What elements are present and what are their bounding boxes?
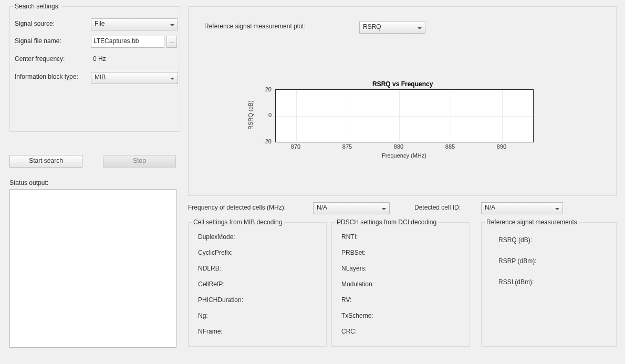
mib-legend: Cell settings from MIB decoding bbox=[192, 219, 284, 226]
ref-plot-value: RSRQ bbox=[363, 23, 381, 30]
freq-detected-value: N/A bbox=[317, 204, 327, 211]
y-tick: -20 bbox=[256, 138, 272, 144]
mib-field: NDLRB: bbox=[198, 265, 221, 272]
browse-label: ... bbox=[169, 38, 174, 44]
detected-cellid-label: Detected cell ID: bbox=[414, 204, 461, 211]
pdsch-panel: PDSCH settings from DCI decoding RNTI: P… bbox=[331, 222, 470, 347]
rs-field: RSRQ (dB): bbox=[498, 236, 532, 244]
detected-cellid-dropdown[interactable]: N/A bbox=[481, 202, 563, 214]
pdsch-field: CRC: bbox=[341, 328, 357, 335]
pdsch-field: PRBSet: bbox=[341, 249, 366, 256]
ref-plot-dropdown[interactable]: RSRQ bbox=[359, 22, 425, 34]
center-freq-label: Center frequency: bbox=[15, 55, 65, 63]
mib-field: Ng: bbox=[198, 312, 208, 319]
y-axis-label: RSRQ (dB) bbox=[247, 100, 254, 130]
browse-button[interactable]: ... bbox=[166, 36, 177, 48]
gridline bbox=[276, 90, 533, 90]
mib-field: CyclicPrefix: bbox=[198, 249, 233, 256]
center-freq-value: 0 Hz bbox=[93, 55, 106, 63]
status-output-listbox[interactable] bbox=[9, 189, 176, 348]
y-tick: 20 bbox=[256, 86, 272, 92]
ref-plot-label: Reference signal measurement plot: bbox=[204, 23, 306, 30]
freq-detected-dropdown[interactable]: N/A bbox=[313, 202, 390, 214]
pdsch-field: RV: bbox=[341, 296, 351, 304]
start-button[interactable]: Start search bbox=[9, 155, 82, 168]
mib-panel: Cell settings from MIB decoding DuplexMo… bbox=[188, 222, 327, 347]
rs-panel: Reference signal measurements RSRQ (dB):… bbox=[481, 222, 617, 347]
x-tick: 870 bbox=[291, 143, 300, 150]
rs-legend: Reference signal measurements bbox=[485, 219, 579, 226]
gridline bbox=[276, 142, 533, 142]
pdsch-field: RNTI: bbox=[341, 233, 358, 241]
signal-file-label: Signal file name: bbox=[15, 37, 61, 45]
chart-plot-area bbox=[275, 89, 534, 142]
plot-panel: Reference signal measurement plot: RSRQ … bbox=[188, 6, 617, 196]
info-block-label: Information block type: bbox=[15, 73, 78, 80]
mib-field: NFrame: bbox=[198, 328, 223, 335]
rs-field: RSRP (dBm): bbox=[498, 257, 536, 265]
x-tick: 885 bbox=[445, 143, 455, 150]
signal-file-field[interactable]: LTECaptures.bb bbox=[91, 36, 164, 48]
pdsch-field: Modulation: bbox=[341, 280, 374, 288]
signal-source-value: File bbox=[95, 20, 105, 27]
pdsch-field: NLayers: bbox=[341, 265, 367, 272]
rs-field: RSSI (dBm): bbox=[498, 278, 534, 286]
x-tick: 875 bbox=[342, 143, 352, 150]
info-block-value: MIB bbox=[95, 74, 106, 81]
freq-detected-label: Frequency of detected cells (MHz): bbox=[188, 204, 286, 211]
y-tick: 0 bbox=[256, 112, 272, 118]
detected-cellid-value: N/A bbox=[485, 204, 495, 211]
status-output-label: Status output: bbox=[9, 179, 48, 186]
gridline bbox=[276, 116, 533, 117]
x-tick: 890 bbox=[497, 143, 506, 150]
mib-field: PHICHDuration: bbox=[198, 296, 243, 304]
mib-field: CellRefP: bbox=[198, 280, 225, 288]
signal-source-dropdown[interactable]: File bbox=[91, 18, 178, 30]
search-settings-panel: Search settings: Signal source: File Sig… bbox=[9, 6, 180, 132]
search-settings-legend: Search settings: bbox=[13, 3, 61, 10]
info-block-dropdown[interactable]: MIB bbox=[91, 72, 178, 84]
pdsch-field: TxScheme: bbox=[341, 312, 373, 319]
stop-button[interactable]: Stop bbox=[103, 155, 176, 168]
mib-field: DuplexMode: bbox=[198, 233, 235, 241]
signal-file-value: LTECaptures.bb bbox=[93, 37, 139, 45]
x-tick: 880 bbox=[394, 143, 403, 150]
x-axis-label: Frequency (MHz) bbox=[382, 152, 426, 159]
pdsch-legend: PDSCH settings from DCI decoding bbox=[335, 219, 438, 226]
chart-title: RSRQ vs Frequency bbox=[372, 80, 433, 88]
signal-source-label: Signal source: bbox=[15, 20, 55, 27]
